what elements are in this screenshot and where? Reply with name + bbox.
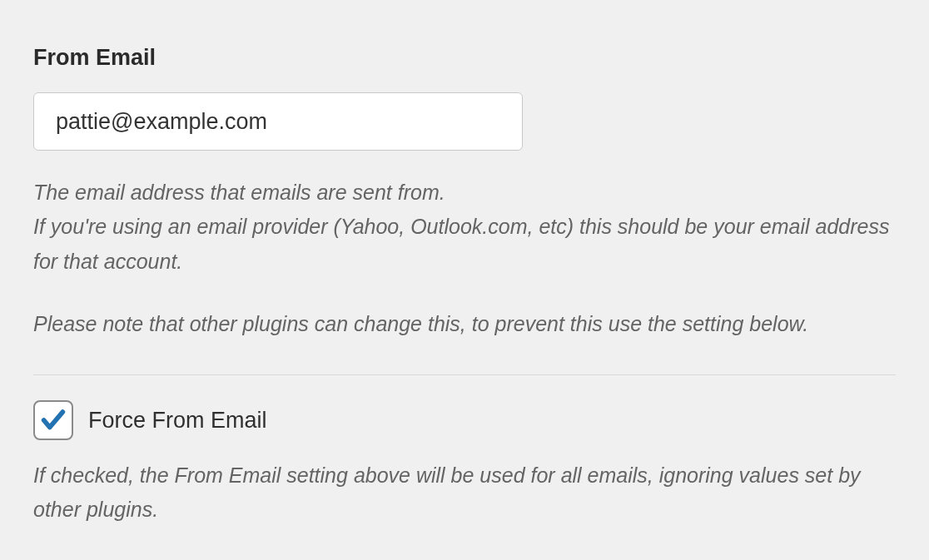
force-from-email-description: If checked, the From Email setting above… bbox=[33, 458, 896, 528]
from-email-description-1: The email address that emails are sent f… bbox=[33, 176, 896, 279]
force-from-email-row: Force From Email bbox=[33, 400, 896, 440]
force-from-email-label[interactable]: Force From Email bbox=[88, 408, 267, 434]
from-email-description-2: Please note that other plugins can chang… bbox=[33, 307, 896, 341]
from-email-heading: From Email bbox=[33, 45, 896, 71]
from-email-input[interactable] bbox=[33, 92, 523, 151]
force-from-email-checkbox[interactable] bbox=[33, 400, 73, 440]
checkmark-icon bbox=[39, 406, 67, 434]
from-email-section: From Email The email address that emails… bbox=[33, 45, 896, 528]
section-divider bbox=[33, 374, 896, 375]
